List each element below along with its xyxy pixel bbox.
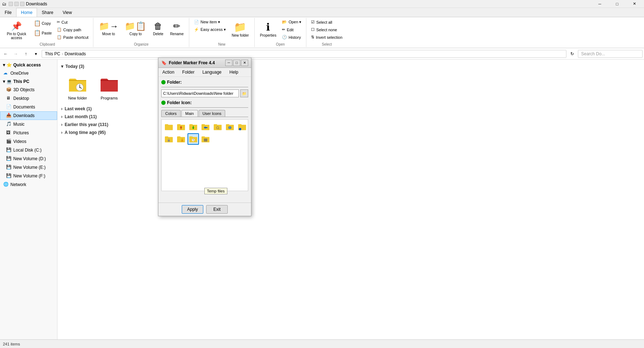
icon-cell-arrow-up[interactable] [175, 121, 187, 133]
edit-button[interactable]: ✏ Edit [280, 26, 303, 33]
sidebar-item-newvolume-f[interactable]: 💾 New Volume (F:) [0, 172, 57, 180]
easy-access-button[interactable]: ⚡ Easy access ▾ [192, 26, 228, 33]
open-button[interactable]: 📂 Open ▾ [280, 19, 303, 25]
sidebar-item-network[interactable]: 🌐 Network [0, 180, 57, 189]
dialog-minimize-button[interactable]: ─ [225, 60, 232, 66]
icon-cell-network[interactable] [224, 121, 236, 133]
group-earlier-year[interactable]: › Earlier this year (131) [60, 121, 641, 129]
tab-file[interactable]: File [0, 8, 16, 17]
clipboard-group-label: Clipboard [4, 42, 90, 46]
dialog-menu-folder[interactable]: Folder [180, 69, 197, 76]
sidebar-item-newvolume-e[interactable]: 💾 New Volume (E:) [0, 163, 57, 172]
tab-share[interactable]: Share [37, 8, 58, 17]
dialog-menu-language[interactable]: Language [200, 69, 224, 76]
organize-group-label: Organize [96, 42, 186, 46]
thispc-icon: 💻 [6, 79, 12, 84]
history-button[interactable]: 🕐 History [280, 34, 303, 41]
new-item-button[interactable]: 📄 New item ▾ [192, 19, 228, 25]
thispc-label: This PC [13, 79, 29, 84]
apply-button[interactable]: Apply [182, 205, 203, 214]
onedrive-label: OneDrive [10, 71, 29, 76]
sidebar-section-thispc[interactable]: ▾ 💻 This PC [0, 78, 57, 85]
delete-button[interactable]: 🗑 Delete [150, 19, 166, 38]
sidebar-item-videos[interactable]: 🎬 Videos [0, 137, 57, 146]
sidebar-item-downloads[interactable]: 📥 241 items Downloads [0, 111, 57, 120]
move-to-button[interactable]: 📁→ Move to [96, 19, 121, 38]
new-item-icon: 📄 [194, 20, 199, 24]
copy-button[interactable]: 📋 Copy [32, 19, 54, 28]
dialog-close-button[interactable]: ✕ [241, 60, 248, 66]
refresh-button[interactable]: ↻ [568, 50, 576, 58]
back-button[interactable]: ← [1, 50, 10, 58]
group-long-ago[interactable]: › A long time ago (95) [60, 129, 641, 136]
svg-rect-31 [204, 141, 205, 141]
search-box[interactable]: Search Do... [578, 50, 643, 58]
tab-view[interactable]: View [58, 8, 77, 17]
icon-cell-search[interactable] [212, 121, 223, 133]
forward-button[interactable]: → [11, 50, 20, 58]
icon-cell-warning[interactable]: ! [175, 133, 187, 145]
thispc-chevron: ▾ [3, 79, 5, 84]
folder-path-input[interactable] [161, 89, 239, 97]
copy-to-button[interactable]: 📁📋 Copy to [122, 19, 149, 38]
new-folder-button[interactable]: 📁 New folder [229, 19, 251, 39]
pin-to-quick-access-button[interactable]: 📌 Pin to Quickaccess [4, 19, 29, 42]
sidebar-item-music[interactable]: 🎵 Music [0, 120, 57, 129]
svg-rect-25 [204, 139, 205, 139]
paste-shortcut-button[interactable]: 📋 Paste shortcut [55, 34, 90, 41]
group-last-month[interactable]: › Last month (11) [60, 113, 641, 121]
paste-button[interactable]: 📋 Paste [32, 28, 54, 37]
today-label: Today (3) [65, 64, 84, 69]
invert-selection-button[interactable]: ⇅ Invert selection [309, 34, 344, 41]
folder-browse-button[interactable]: 📁 [240, 89, 248, 97]
organize-group-content: 📁→ Move to 📁📋 Copy to 🗑 Delete ✏ Rename [96, 19, 186, 42]
pin-icon: 📌 [11, 20, 22, 32]
group-today[interactable]: ▾ Today (3) [60, 62, 641, 70]
icon-cell-arrow-down[interactable] [187, 121, 199, 133]
icon-folder-arrow-down [189, 123, 198, 131]
address-bar: ← → ↑ ▾ This PC › Downloads ↻ Search Do.… [0, 48, 644, 60]
close-button[interactable]: ✕ [626, 0, 643, 8]
dialog-menu-action[interactable]: Action [160, 69, 177, 76]
icon-cell-normal[interactable] [163, 121, 175, 133]
copy-path-button[interactable]: 📋 Copy path [55, 26, 90, 33]
icon-cell-grid[interactable] [200, 133, 211, 145]
tab-user-icons[interactable]: User Icons [199, 110, 226, 117]
cut-button[interactable]: ✂ Cut [55, 19, 90, 25]
icon-cell-lock[interactable] [163, 133, 175, 145]
rename-button[interactable]: ✏ Rename [167, 19, 186, 38]
sidebar-item-onedrive[interactable]: ☁ OneDrive [0, 69, 57, 78]
sidebar-item-localdisk-c[interactable]: 💾 Local Disk (C:) [0, 146, 57, 154]
address-path[interactable]: This PC › Downloads [42, 50, 566, 58]
select-all-button[interactable]: ☑ Select all [309, 19, 344, 25]
exit-button[interactable]: Exit [206, 205, 228, 214]
select-none-button[interactable]: ☐ Select none [309, 26, 344, 33]
file-item-new-folder[interactable]: New folder [63, 72, 92, 102]
file-item-programs[interactable]: Programs [95, 72, 124, 102]
select-all-icon: ☑ [311, 20, 315, 24]
sidebar-item-desktop[interactable]: 🖥 Desktop [0, 94, 57, 103]
minimize-button[interactable]: ─ [592, 0, 608, 8]
network-icon: 🌐 [3, 182, 9, 187]
sidebar-item-pictures[interactable]: 🖼 Pictures [0, 129, 57, 137]
sidebar-item-newvolume-d[interactable]: 💾 New Volume (D:) [0, 154, 57, 163]
sidebar-item-3dobjects[interactable]: 📦 3D Objects [0, 85, 57, 94]
up-button[interactable]: ↑ [22, 50, 30, 58]
folder-separator [161, 87, 248, 87]
sidebar-section-quick-access[interactable]: ▾ ⭐ Quick access [0, 61, 57, 69]
icon-scroll-area[interactable]: ! [161, 119, 248, 191]
sidebar-item-documents[interactable]: 📄 Documents [0, 103, 57, 111]
dialog-menu-help[interactable]: Help [227, 69, 241, 76]
tab-main[interactable]: Main [181, 110, 198, 117]
icon-cell-blue-dot[interactable] [236, 121, 248, 133]
recent-locations-button[interactable]: ▾ [32, 50, 40, 58]
group-last-week[interactable]: › Last week (1) [60, 105, 641, 113]
properties-button[interactable]: ℹ Properties [258, 19, 279, 41]
maximize-button[interactable]: □ [609, 0, 625, 8]
cut-icon: ✂ [57, 20, 60, 24]
tab-home[interactable]: Home [16, 8, 37, 17]
icon-cell-arrow-left[interactable] [200, 121, 211, 133]
icon-cell-temp[interactable] [187, 133, 199, 145]
dialog-restore-button[interactable]: □ [233, 60, 240, 66]
tab-colors[interactable]: Colors [161, 110, 181, 117]
